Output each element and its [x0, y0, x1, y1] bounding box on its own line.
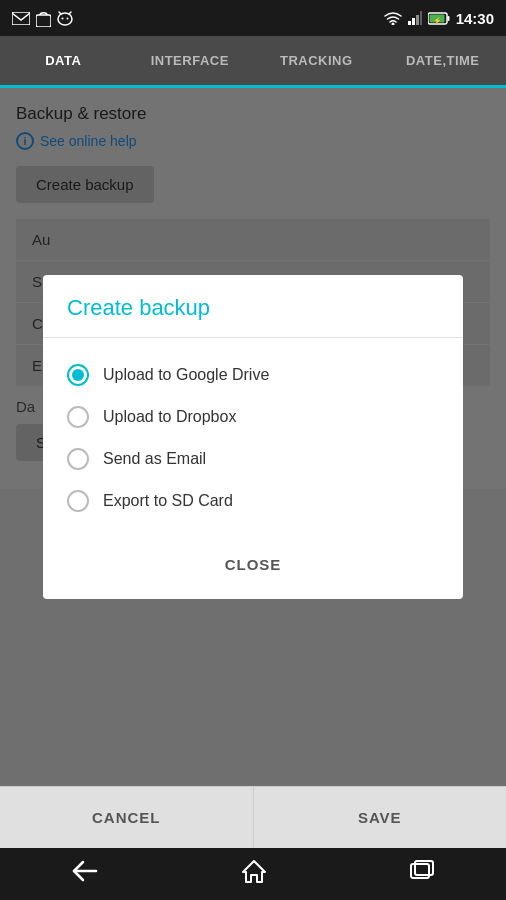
svg-line-6: [69, 12, 71, 14]
dialog-title: Create backup: [43, 275, 463, 338]
dialog-overlay: Create backup Upload to Google Drive Upl…: [0, 88, 506, 786]
status-bar: ⚡ 14:30: [0, 0, 506, 36]
radio-dropbox-circle: [67, 406, 89, 428]
option-gdrive[interactable]: Upload to Google Drive: [67, 354, 439, 396]
bottom-bar: CANCEL SAVE: [0, 786, 506, 848]
svg-rect-11: [420, 11, 422, 25]
svg-rect-13: [447, 16, 449, 21]
svg-rect-8: [408, 21, 411, 25]
radio-gdrive-circle: [67, 364, 89, 386]
recents-icon: [409, 860, 435, 882]
nav-bar: [0, 848, 506, 900]
back-icon: [71, 860, 99, 882]
svg-point-2: [58, 13, 72, 25]
time-display: 14:30: [456, 10, 494, 27]
save-button[interactable]: SAVE: [254, 787, 507, 848]
svg-point-7: [391, 23, 394, 26]
wifi-icon: [384, 11, 402, 25]
dialog-footer: CLOSE: [43, 538, 463, 599]
svg-rect-10: [416, 15, 419, 25]
cancel-button[interactable]: CANCEL: [0, 787, 254, 848]
option-email-label: Send as Email: [103, 450, 206, 468]
svg-text:⚡: ⚡: [433, 16, 442, 25]
option-sdcard-label: Export to SD Card: [103, 492, 233, 510]
back-button[interactable]: [71, 860, 99, 888]
tab-data[interactable]: DATA: [0, 36, 127, 88]
content-area: Backup & restore i See online help Creat…: [0, 88, 506, 786]
recents-button[interactable]: [409, 860, 435, 888]
tab-interface[interactable]: INTERFACE: [127, 36, 254, 88]
android-icon: [57, 10, 73, 26]
close-button[interactable]: CLOSE: [205, 546, 302, 583]
radio-gdrive-inner: [72, 369, 84, 381]
radio-sdcard-circle: [67, 490, 89, 512]
option-gdrive-label: Upload to Google Drive: [103, 366, 269, 384]
email-icon: [12, 12, 30, 25]
option-dropbox[interactable]: Upload to Dropbox: [67, 396, 439, 438]
svg-rect-0: [12, 12, 30, 25]
dialog-body: Upload to Google Drive Upload to Dropbox…: [43, 338, 463, 538]
svg-rect-9: [412, 18, 415, 25]
svg-line-5: [59, 12, 61, 14]
status-icons-right: ⚡ 14:30: [384, 10, 494, 27]
svg-point-3: [62, 18, 64, 20]
home-icon: [241, 859, 267, 883]
status-icons-left: [12, 10, 73, 27]
bag-icon: [36, 10, 51, 27]
signal-icon: [408, 11, 422, 25]
tab-tracking[interactable]: TRACKING: [253, 36, 380, 88]
create-backup-dialog: Create backup Upload to Google Drive Upl…: [43, 275, 463, 599]
radio-email-circle: [67, 448, 89, 470]
option-sdcard[interactable]: Export to SD Card: [67, 480, 439, 522]
home-button[interactable]: [241, 859, 267, 889]
tab-bar: DATA INTERFACE TRACKING DATE,TIME: [0, 36, 506, 88]
svg-marker-17: [243, 861, 265, 882]
battery-icon: ⚡: [428, 12, 450, 25]
tab-datetime[interactable]: DATE,TIME: [380, 36, 507, 88]
option-dropbox-label: Upload to Dropbox: [103, 408, 236, 426]
svg-point-4: [67, 18, 69, 20]
option-email[interactable]: Send as Email: [67, 438, 439, 480]
svg-rect-1: [36, 15, 51, 27]
